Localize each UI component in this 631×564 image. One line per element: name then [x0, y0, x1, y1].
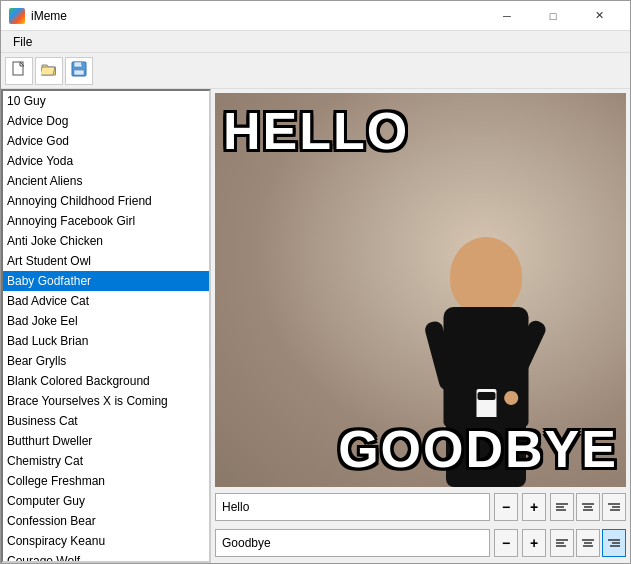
- meme-bottom-text: GOODBYE: [338, 419, 618, 479]
- bottom-text-input[interactable]: [215, 529, 490, 557]
- svg-rect-3: [81, 62, 83, 65]
- maximize-button[interactable]: □: [530, 1, 576, 31]
- save-icon: [71, 61, 87, 80]
- list-item[interactable]: Bad Advice Cat: [3, 291, 209, 311]
- list-item[interactable]: Advice Dog: [3, 111, 209, 131]
- new-button[interactable]: [5, 57, 33, 85]
- list-item[interactable]: Brace Yourselves X is Coming: [3, 391, 209, 411]
- open-icon: [41, 61, 57, 80]
- new-icon: [11, 61, 27, 80]
- list-item[interactable]: Courage Wolf: [3, 551, 209, 563]
- bottom-align-left-button[interactable]: [550, 529, 574, 557]
- list-item[interactable]: College Freshman: [3, 471, 209, 491]
- list-item[interactable]: Conspiracy Keanu: [3, 531, 209, 551]
- bottom-align-group: [550, 529, 626, 557]
- list-item[interactable]: Computer Guy: [3, 491, 209, 511]
- list-item[interactable]: Anti Joke Chicken: [3, 231, 209, 251]
- app-icon: [9, 8, 25, 24]
- bottom-text-plus-button[interactable]: +: [522, 529, 546, 557]
- top-text-input[interactable]: [215, 493, 490, 521]
- list-item[interactable]: Confession Bear: [3, 511, 209, 531]
- list-item[interactable]: Advice God: [3, 131, 209, 151]
- save-button[interactable]: [65, 57, 93, 85]
- top-align-center-button[interactable]: [576, 493, 600, 521]
- list-item[interactable]: Art Student Owl: [3, 251, 209, 271]
- toolbar: [1, 53, 630, 89]
- svg-rect-2: [74, 62, 82, 67]
- list-item[interactable]: Blank Colored Background: [3, 371, 209, 391]
- list-item[interactable]: Bad Joke Eel: [3, 311, 209, 331]
- baby-head: [450, 237, 522, 315]
- list-item[interactable]: Advice Yoda: [3, 151, 209, 171]
- bottom-align-right-button[interactable]: [602, 529, 626, 557]
- bottom-text-minus-button[interactable]: −: [494, 529, 518, 557]
- list-item[interactable]: Baby Godfather: [3, 271, 209, 291]
- main-window: iMeme ─ □ ✕ File: [0, 0, 631, 564]
- window-title: iMeme: [31, 9, 67, 23]
- minimize-button[interactable]: ─: [484, 1, 530, 31]
- meme-display: HELLO GOODBYE: [215, 93, 626, 487]
- main-content: 10 GuyAdvice DogAdvice GodAdvice YodaAnc…: [1, 89, 630, 563]
- text-row-2: − +: [215, 527, 626, 559]
- meme-background: HELLO GOODBYE: [215, 93, 626, 487]
- baby-bowtie: [477, 392, 495, 400]
- list-item[interactable]: Butthurt Dweller: [3, 431, 209, 451]
- top-text-minus-button[interactable]: −: [494, 493, 518, 521]
- menu-bar: File: [1, 31, 630, 53]
- svg-rect-4: [74, 70, 84, 75]
- meme-top-text: HELLO: [223, 101, 409, 161]
- title-bar-buttons: ─ □ ✕: [484, 1, 622, 31]
- file-menu[interactable]: File: [5, 33, 40, 51]
- right-panel: HELLO GOODBYE − +: [211, 89, 630, 563]
- text-row-1: − +: [215, 491, 626, 523]
- bottom-align-center-button[interactable]: [576, 529, 600, 557]
- list-item[interactable]: Chemistry Cat: [3, 451, 209, 471]
- list-item[interactable]: Annoying Facebook Girl: [3, 211, 209, 231]
- top-align-left-button[interactable]: [550, 493, 574, 521]
- list-item[interactable]: Annoying Childhood Friend: [3, 191, 209, 211]
- list-item[interactable]: Ancient Aliens: [3, 171, 209, 191]
- title-bar-left: iMeme: [9, 8, 67, 24]
- list-item[interactable]: Bad Luck Brian: [3, 331, 209, 351]
- list-item[interactable]: 10 Guy: [3, 91, 209, 111]
- top-text-plus-button[interactable]: +: [522, 493, 546, 521]
- meme-list[interactable]: 10 GuyAdvice DogAdvice GodAdvice YodaAnc…: [1, 89, 211, 563]
- top-align-group: [550, 493, 626, 521]
- open-button[interactable]: [35, 57, 63, 85]
- list-item[interactable]: Bear Grylls: [3, 351, 209, 371]
- title-bar: iMeme ─ □ ✕: [1, 1, 630, 31]
- top-align-right-button[interactable]: [602, 493, 626, 521]
- list-item[interactable]: Business Cat: [3, 411, 209, 431]
- close-button[interactable]: ✕: [576, 1, 622, 31]
